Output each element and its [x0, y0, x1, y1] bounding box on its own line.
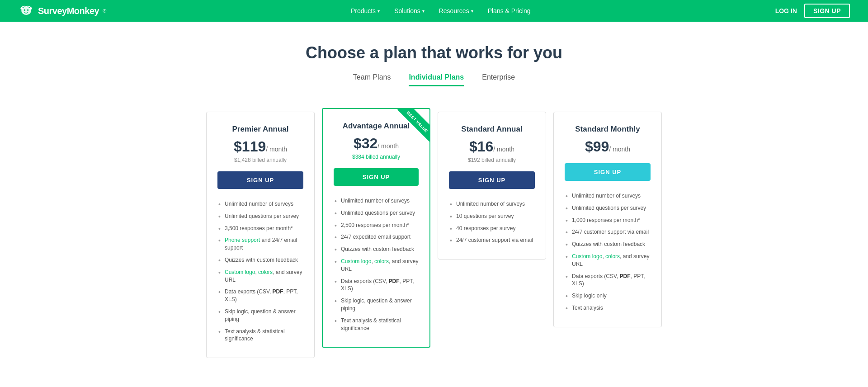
- navbar: SurveyMonkey ® Products ▾ Solutions ▾ Re…: [0, 0, 868, 22]
- features-list-premier: Unlimited number of surveys Unlimited qu…: [217, 198, 303, 345]
- feature-item: Unlimited number of surveys: [449, 198, 535, 210]
- pricing-cards: Premier Annual $119/ month $1,428 billed…: [0, 112, 868, 376]
- signup-button-premier[interactable]: SIGN UP: [217, 171, 303, 189]
- feature-item: 24/7 customer support via email: [565, 226, 651, 238]
- brand-logo[interactable]: SurveyMonkey ®: [18, 5, 106, 17]
- feature-item: 40 responses per survey: [449, 222, 535, 235]
- feature-item: Unlimited number of surveys: [334, 195, 419, 207]
- plan-name: Standard Annual: [449, 125, 535, 134]
- price-period: / month: [266, 146, 287, 153]
- tab-enterprise[interactable]: Enterprise: [482, 73, 515, 86]
- nav-resources[interactable]: Resources ▾: [439, 7, 473, 14]
- feature-item: Text analysis: [565, 302, 651, 314]
- best-value-ribbon: BEST VALUE: [393, 109, 429, 145]
- plan-billed: $192 billed annually: [449, 157, 535, 163]
- plan-card-premier: Premier Annual $119/ month $1,428 billed…: [206, 112, 315, 358]
- feature-item: Unlimited questions per survey: [217, 210, 303, 222]
- feature-item: Text analysis & statistical significance: [334, 315, 419, 335]
- feature-item: Quizzes with custom feedback: [565, 238, 651, 250]
- feature-item: Custom logo, colors, and survey URL: [565, 250, 651, 270]
- price-amount: $119: [234, 138, 266, 155]
- price-amount: $16: [469, 138, 493, 155]
- tab-individual-plans[interactable]: Individual Plans: [409, 73, 464, 86]
- feature-item: Unlimited number of surveys: [565, 190, 651, 202]
- ribbon-text: BEST VALUE: [397, 109, 429, 142]
- svg-point-2: [27, 9, 29, 11]
- plan-price: $119/ month: [217, 138, 303, 155]
- phone-support-link[interactable]: Phone support: [225, 237, 260, 243]
- custom-logo-link[interactable]: Custom logo: [225, 269, 255, 275]
- chevron-down-icon: ▾: [422, 9, 425, 14]
- feature-item: Custom logo, colors, and survey URL: [217, 266, 303, 286]
- feature-item: Skip logic, question & answer piping: [217, 306, 303, 326]
- hero-section: Choose a plan that works for you Team Pl…: [0, 22, 868, 112]
- signup-button-standard-monthly[interactable]: SIGN UP: [565, 163, 651, 181]
- colors-link[interactable]: colors: [374, 258, 389, 264]
- feature-item: Unlimited number of surveys: [217, 198, 303, 210]
- plan-billed: $1,428 billed annually: [217, 157, 303, 163]
- feature-item: 24/7 expedited email support: [334, 231, 419, 243]
- plan-name: Standard Monthly: [565, 125, 651, 134]
- nav-right: LOG IN SIGN UP: [775, 4, 850, 18]
- price-amount: $32: [354, 135, 377, 151]
- login-button[interactable]: LOG IN: [775, 7, 797, 14]
- plan-card-standard-annual: Standard Annual $16/ month $192 billed a…: [438, 112, 546, 260]
- brand-name: SurveyMonkey: [38, 6, 99, 16]
- custom-logo-link[interactable]: Custom logo: [341, 258, 371, 264]
- plan-price: $99/ month: [565, 138, 651, 155]
- feature-item: Phone support and 24/7 email support: [217, 234, 303, 254]
- feature-item: 3,500 responses per month*: [217, 222, 303, 235]
- colors-link[interactable]: colors: [258, 269, 273, 275]
- feature-item: Skip logic, question & answer piping: [334, 295, 419, 315]
- colors-link[interactable]: colors: [605, 253, 620, 260]
- chevron-down-icon: ▾: [471, 9, 473, 14]
- feature-item: 2,500 responses per month*: [334, 219, 419, 231]
- feature-item: 10 questions per survey: [449, 210, 535, 222]
- feature-item: Text analysis & statistical significance: [217, 326, 303, 345]
- svg-point-3: [20, 7, 23, 9]
- plan-type-tabs: Team Plans Individual Plans Enterprise: [9, 73, 859, 86]
- signup-button-advantage[interactable]: SIGN UP: [334, 168, 419, 186]
- features-list-advantage: Unlimited number of surveys Unlimited qu…: [334, 195, 419, 334]
- signup-button-standard-annual[interactable]: SIGN UP: [449, 171, 535, 189]
- feature-item: Data exports (CSV, PDF, PPT, XLS): [217, 286, 303, 306]
- plan-card-advantage: BEST VALUE Advantage Annual $32/ month $…: [322, 108, 430, 348]
- tab-team-plans[interactable]: Team Plans: [353, 73, 391, 86]
- price-period: / month: [493, 146, 514, 153]
- svg-point-4: [29, 7, 32, 9]
- feature-item: 1,000 responses per month*: [565, 214, 651, 227]
- signup-button[interactable]: SIGN UP: [804, 4, 850, 18]
- nav-plans-pricing[interactable]: Plans & Pricing: [488, 7, 531, 14]
- feature-item: Quizzes with custom feedback: [217, 254, 303, 266]
- features-list-standard-annual: Unlimited number of surveys 10 questions…: [449, 198, 535, 246]
- feature-item: Skip logic only: [565, 290, 651, 302]
- feature-item: Unlimited questions per survey: [334, 207, 419, 219]
- nav-solutions[interactable]: Solutions ▾: [394, 7, 425, 14]
- price-period: / month: [609, 146, 630, 153]
- plan-price: $16/ month: [449, 138, 535, 155]
- logo-icon: [18, 5, 34, 17]
- price-amount: $99: [585, 138, 609, 155]
- feature-item: Data exports (CSV, PDF, PPT, XLS): [334, 275, 419, 295]
- nav-products[interactable]: Products ▾: [351, 7, 380, 14]
- feature-item: Unlimited questions per survey: [565, 202, 651, 214]
- plan-card-standard-monthly: Standard Monthly $99/ month SIGN UP Unli…: [553, 112, 662, 327]
- nav-links: Products ▾ Solutions ▾ Resources ▾ Plans…: [351, 7, 531, 14]
- plan-billed: $384 billed annually: [334, 154, 419, 160]
- custom-logo-link[interactable]: Custom logo: [572, 253, 602, 260]
- feature-item: Data exports (CSV, PDF, PPT, XLS): [565, 270, 651, 290]
- feature-item: Quizzes with custom feedback: [334, 243, 419, 255]
- features-list-standard-monthly: Unlimited number of surveys Unlimited qu…: [565, 190, 651, 314]
- feature-item: 24/7 customer support via email: [449, 234, 535, 246]
- plan-name: Premier Annual: [217, 125, 303, 134]
- page-title: Choose a plan that works for you: [9, 43, 859, 62]
- feature-item: Custom logo, colors, and survey URL: [334, 255, 419, 275]
- chevron-down-icon: ▾: [377, 9, 380, 14]
- svg-point-1: [24, 9, 26, 11]
